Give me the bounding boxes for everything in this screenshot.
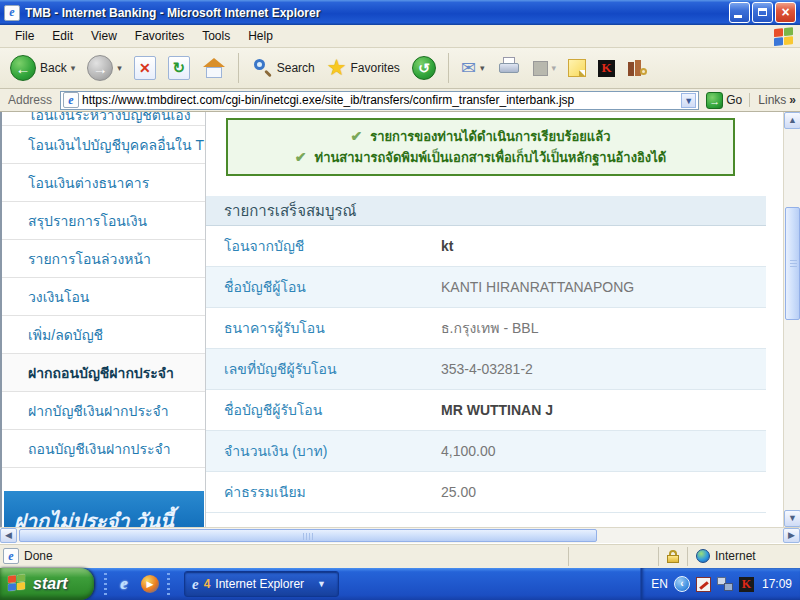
menu-tools[interactable]: Tools [193, 26, 239, 46]
tray-key-icon[interactable] [696, 577, 711, 592]
scroll-up-icon[interactable]: ▲ [784, 112, 800, 129]
home-icon [202, 56, 226, 80]
scroll-down-icon[interactable]: ▼ [784, 510, 800, 527]
mail-dropdown-icon[interactable]: ▾ [480, 63, 485, 73]
success-message-box: ✔รายการของท่านได้ดำเนินการเรียบร้อยแล้ว … [226, 118, 735, 176]
links-toolbar[interactable]: Links » [749, 93, 796, 107]
forward-dropdown-icon[interactable]: ▾ [117, 63, 122, 73]
sidebar-item[interactable]: รายการโอนล่วงหน้า [2, 240, 205, 278]
transfer-detail-row: ชื่อบัญชีผู้รับโอนMR WUTTINAN J [206, 390, 766, 431]
address-bar: Address e https://www.tmbdirect.com/cgi-… [0, 89, 800, 112]
sidebar-item[interactable]: ฝากบัญชีเงินฝากประจำ [2, 392, 205, 430]
back-dropdown-icon[interactable]: ▾ [71, 63, 76, 73]
research-button[interactable] [623, 57, 651, 79]
tray-collapse-icon[interactable]: ‹ [674, 576, 690, 592]
search-button[interactable]: Search [247, 55, 319, 81]
minimize-button[interactable] [729, 2, 750, 23]
print-icon [497, 57, 521, 79]
messenger-button[interactable] [564, 57, 590, 79]
sidebar-item[interactable]: ถอนบัญชีเงินฝากประจำ [2, 430, 205, 468]
stop-icon: ✕ [134, 56, 156, 80]
mail-icon: ✉ [461, 57, 476, 79]
horizontal-scrollbar[interactable]: ◀ ▶ [0, 527, 800, 543]
language-indicator[interactable]: EN [651, 577, 668, 591]
promo-banner[interactable]: ฝากไม่ประจำ วันนี้ [4, 491, 204, 527]
check-icon: ✔ [350, 128, 362, 144]
sidebar-item[interactable]: โอนเงินระหว่างบัญชีตนเอง [2, 112, 205, 126]
success-line: ✔รายการของท่านได้ดำเนินการเรียบร้อยแล้ว [236, 126, 725, 147]
close-button[interactable]: × [775, 2, 796, 23]
restore-button[interactable] [752, 2, 773, 23]
detail-value: MR WUTTINAN J [441, 402, 553, 418]
address-input[interactable]: e https://www.tmbdirect.com/cgi-bin/inet… [60, 91, 699, 110]
stop-button[interactable]: ✕ [130, 54, 160, 82]
note-icon [568, 59, 586, 77]
group-dropdown-icon[interactable]: ▼ [317, 579, 326, 589]
title-bar: e TMB - Internet Banking - Microsoft Int… [0, 0, 800, 25]
address-url[interactable]: https://www.tmbdirect.com/cgi-bin/inetcg… [82, 93, 678, 107]
quick-launch-media-player-icon[interactable]: ▶ [141, 575, 159, 593]
sidebar-item[interactable]: สรุปรายการโอนเงิน [2, 202, 205, 240]
detail-label: ธนาคารผู้รับโอน [206, 317, 441, 339]
quick-launch-ie-icon[interactable]: e [115, 575, 133, 593]
go-button[interactable]: → Go [703, 92, 745, 109]
sidebar-item-label: ฝากถอนบัญชีฝากประจำ [28, 362, 174, 384]
menu-favorites[interactable]: Favorites [126, 26, 193, 46]
horizontal-scroll-thumb[interactable] [19, 529, 597, 542]
tray-network-icon[interactable] [717, 577, 733, 591]
tray-kaspersky-icon[interactable]: K [739, 577, 754, 592]
vertical-scroll-thumb[interactable] [785, 207, 800, 320]
scroll-left-icon[interactable]: ◀ [0, 528, 17, 543]
forward-button[interactable]: → ▾ [83, 53, 126, 83]
sidebar-item[interactable]: วงเงินโอน [2, 278, 205, 316]
banking-sidebar: โอนเงินระหว่างบัญชีตนเองโอนเงินไปบัญชีบุ… [0, 112, 206, 527]
sidebar-item-label: วงเงินโอน [28, 286, 89, 308]
favorites-button[interactable]: ★ Favorites [323, 55, 404, 81]
success-line: ✔ท่านสามารถจัดพิมพ์เป็นเอกสารเพื่อเก็บไว… [236, 147, 725, 168]
sidebar-item-label: รายการโอนล่วงหน้า [28, 248, 151, 270]
status-text: Done [24, 549, 568, 563]
address-dropdown-icon[interactable]: ▼ [681, 93, 696, 108]
menu-help[interactable]: Help [239, 26, 282, 46]
menu-view[interactable]: View [82, 26, 126, 46]
transfer-detail-row: ธนาคารผู้รับโอนธ.กรุงเทพ - BBL [206, 308, 766, 349]
sidebar-item[interactable]: โอนเงินไปบัญชีบุคคลอื่นใน TMB [2, 126, 205, 164]
edit-icon [533, 61, 548, 76]
transfer-detail-row: เลขที่บัญชีผู้รับโอน353-4-03281-2 [206, 349, 766, 390]
transfer-detail-row: โอนจากบัญชีkt [206, 226, 766, 267]
confirmation-page: ✔รายการของท่านได้ดำเนินการเรียบร้อยแล้ว … [206, 112, 783, 527]
sidebar-item[interactable]: เพิ่ม/ลดบัญชี [2, 316, 205, 354]
antivirus-button[interactable]: K [594, 58, 619, 79]
scroll-right-icon[interactable]: ▶ [783, 528, 800, 543]
table-header: รายการเสร็จสมบูรณ์ [206, 196, 766, 226]
toolbar-grip[interactable] [167, 573, 170, 595]
toolbar-grip[interactable] [104, 573, 107, 595]
menu-file[interactable]: File [6, 26, 43, 46]
history-icon: ↺ [412, 56, 436, 80]
detail-label: ค่าธรรมเนียม [206, 481, 441, 503]
kaspersky-icon: K [598, 60, 615, 77]
sidebar-item[interactable]: โอนเงินต่างธนาคาร [2, 164, 205, 202]
forward-icon: → [87, 55, 113, 81]
home-button[interactable] [198, 54, 230, 82]
group-label: Internet Explorer [215, 577, 304, 591]
refresh-button[interactable]: ↻ [164, 54, 194, 82]
history-button[interactable]: ↺ [408, 54, 440, 82]
start-button[interactable]: start [0, 568, 94, 600]
links-chevron-icon[interactable]: » [789, 93, 796, 107]
vertical-scrollbar[interactable]: ▲ ▼ [783, 112, 800, 527]
ie-page-icon: e [3, 548, 19, 564]
edit-button[interactable]: ▾ [529, 59, 561, 78]
print-button[interactable] [493, 55, 525, 81]
taskbar-group-button[interactable]: e 4 Internet Explorer ▼ [184, 571, 339, 597]
mail-button[interactable]: ✉ ▾ [457, 55, 489, 81]
detail-label: โอนจากบัญชี [206, 235, 441, 257]
sidebar-item-label: ฝากบัญชีเงินฝากประจำ [28, 400, 169, 422]
go-arrow-icon: → [706, 92, 723, 109]
back-button[interactable]: ← Back ▾ [6, 53, 79, 83]
start-label: start [33, 575, 68, 593]
search-icon [251, 57, 273, 79]
menu-edit[interactable]: Edit [43, 26, 82, 46]
menu-bar: FileEditViewFavoritesToolsHelp [0, 25, 800, 48]
sidebar-item[interactable]: ฝากถอนบัญชีฝากประจำ [2, 354, 205, 392]
